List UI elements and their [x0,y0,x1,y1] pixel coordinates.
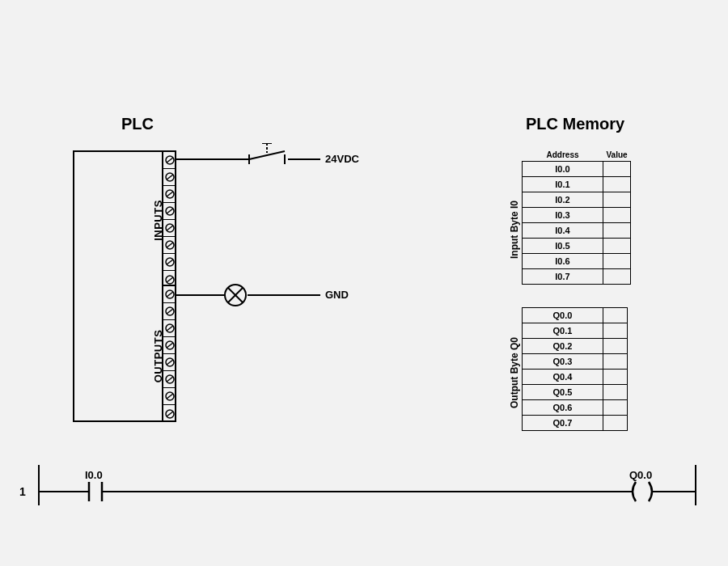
value-cell [603,339,628,354]
address-cell: Q0.1 [523,323,603,339]
terminal-screw [163,152,176,169]
value-cell [603,177,631,192]
value-cell [603,162,631,177]
value-cell [603,308,628,323]
value-cell [603,416,628,431]
svg-line-25 [167,360,173,365]
plc-title: PLC [121,115,154,133]
memory-table-outputs: Q0.0Q0.1Q0.2Q0.3Q0.4Q0.5Q0.6Q0.7 [522,307,628,431]
address-cell: Q0.6 [523,400,603,416]
switch-label: 24VDC [325,153,359,165]
memory-title: PLC Memory [526,115,624,133]
address-cell: I0.1 [523,177,603,192]
svg-line-31 [167,412,173,416]
svg-line-21 [167,326,173,331]
terminal-screw [163,254,176,271]
svg-line-7 [167,209,173,213]
address-cell: Q0.7 [523,416,603,431]
svg-line-17 [167,292,173,297]
table-row: Q0.0 [523,308,628,323]
address-cell: I0.0 [523,162,603,177]
terminal-screw [163,203,176,220]
lamp-icon [223,283,248,307]
table-row: Q0.1 [523,323,628,339]
address-cell: I0.2 [523,192,603,208]
address-cell: Q0.5 [523,385,603,400]
table-row: I0.2 [523,192,631,208]
col-address: Address [523,149,603,162]
table-row: I0.1 [523,177,631,192]
address-cell: I0.3 [523,208,603,223]
wire-input [176,158,249,160]
terminal-screw [163,237,176,254]
terminal-screw [163,371,176,388]
table-row: I0.3 [523,208,631,223]
address-cell: Q0.3 [523,354,603,370]
wire-input-2 [288,158,320,160]
rung-number: 1 [19,485,26,498]
table-row: Q0.4 [523,370,628,385]
output-byte-label: Output Byte Q0 [509,337,520,408]
terminal-screw [163,220,176,237]
wire-output-2 [248,294,320,296]
terminal-screw [163,186,176,203]
value-cell [603,223,631,239]
wire-output [176,294,225,296]
address-cell: I0.5 [523,239,603,254]
value-cell [603,239,631,254]
table-row: I0.6 [523,254,631,269]
value-cell [603,354,628,370]
value-cell [603,370,628,385]
table-row: Q0.7 [523,416,628,431]
table-row: I0.7 [523,269,631,285]
memory-table-inputs: Address Value I0.0I0.1I0.2I0.3I0.4I0.5I0… [522,149,631,285]
terminal-screw [163,320,176,337]
input-byte-label: Input Byte I0 [509,201,520,259]
svg-line-15 [167,277,173,282]
terminal-screw [163,337,176,354]
address-cell: Q0.0 [523,308,603,323]
terminal-screw [163,169,176,186]
address-cell: I0.6 [523,254,603,269]
svg-line-27 [167,377,173,382]
coil-label: Q0.0 [629,469,652,481]
address-cell: I0.7 [523,269,603,285]
table-row: Q0.6 [523,400,628,416]
table-row: Q0.2 [523,339,628,354]
value-cell [603,385,628,400]
table-row: Q0.5 [523,385,628,400]
svg-line-3 [167,175,173,180]
svg-line-13 [167,260,173,264]
value-cell [603,192,631,208]
ladder-rung [32,461,704,509]
terminal-screw [163,405,176,422]
terminal-screw [163,303,176,320]
table-row: I0.4 [523,223,631,239]
inputs-label: INPUTS [152,200,164,241]
svg-line-29 [167,394,173,399]
svg-line-5 [167,192,173,196]
svg-line-11 [167,243,173,247]
switch-icon [244,143,293,166]
outputs-label: OUTPUTS [152,330,164,383]
value-cell [603,400,628,416]
lamp-label: GND [325,289,349,301]
table-row: I0.0 [523,162,631,177]
address-cell: Q0.4 [523,370,603,385]
value-cell [603,323,628,339]
terminal-screw [163,354,176,371]
contact-label: I0.0 [85,469,103,481]
svg-line-19 [167,309,173,314]
value-cell [603,208,631,223]
svg-line-23 [167,343,173,348]
table-row: I0.5 [523,239,631,254]
svg-line-9 [167,226,173,230]
svg-line-1 [167,158,173,163]
table-row: Q0.3 [523,354,628,370]
col-value: Value [603,149,631,162]
address-cell: Q0.2 [523,339,603,354]
terminal-screw [163,388,176,405]
address-cell: I0.4 [523,223,603,239]
terminal-screw [163,286,176,303]
value-cell [603,269,631,285]
